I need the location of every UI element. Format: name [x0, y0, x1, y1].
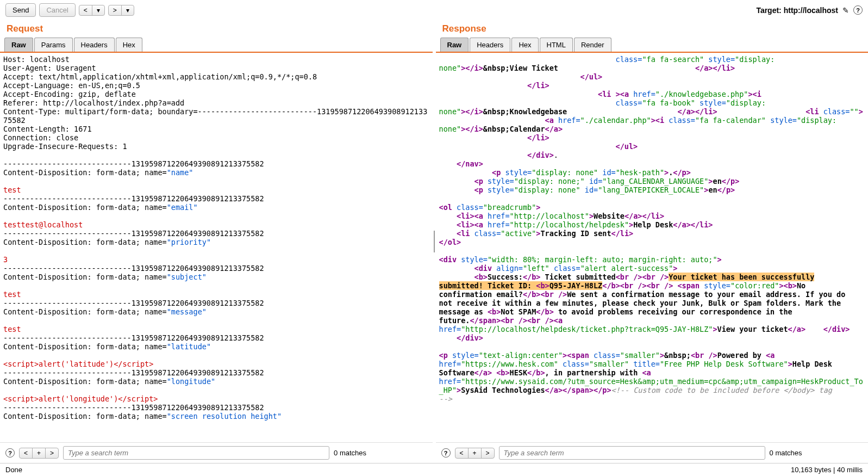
- request-search-bar: ? < + > 0 matches: [0, 442, 433, 463]
- response-matches: 0 matches: [770, 449, 802, 457]
- toolbar: Send Cancel < ▾ > ▾ Target: http://local…: [0, 0, 868, 20]
- send-button[interactable]: Send: [5, 3, 36, 17]
- history-back-menu[interactable]: ▾: [92, 5, 105, 16]
- request-title: Request: [0, 20, 433, 38]
- bytes-label: 10,163 bytes | 40 millis: [791, 466, 863, 474]
- tab-render[interactable]: Render: [574, 38, 611, 52]
- response-panel: Response Raw Headers Hex HTML Render cla…: [436, 20, 869, 463]
- request-search-input[interactable]: [63, 446, 329, 460]
- request-panel: Request Raw Params Headers Hex Host: loc…: [0, 20, 433, 463]
- search-next-button[interactable]: >: [481, 448, 495, 459]
- search-prev-button[interactable]: <: [455, 448, 469, 459]
- tab-headers[interactable]: Headers: [470, 38, 510, 52]
- history-back-button[interactable]: <: [79, 5, 92, 16]
- history-forward-button[interactable]: >: [108, 5, 122, 16]
- tab-raw[interactable]: Raw: [4, 38, 33, 52]
- tab-raw[interactable]: Raw: [440, 38, 469, 52]
- search-prev-button[interactable]: <: [19, 448, 33, 459]
- response-title: Response: [436, 20, 869, 38]
- request-tabs: Raw Params Headers Hex: [0, 38, 433, 53]
- response-search-input[interactable]: [499, 446, 765, 460]
- response-editor[interactable]: class="fa fa-search" style="display: non…: [436, 53, 869, 442]
- status-bar: Done 10,163 bytes | 40 millis: [0, 463, 868, 476]
- target-label: Target: http://localhost: [756, 6, 838, 15]
- search-add-button[interactable]: +: [468, 448, 482, 459]
- status-text: Done: [5, 466, 22, 474]
- response-tabs: Raw Headers Hex HTML Render: [436, 38, 869, 53]
- edit-target-icon[interactable]: ✎: [841, 6, 850, 15]
- response-search-bar: ? < + > 0 matches: [436, 442, 869, 463]
- tab-hex[interactable]: Hex: [116, 38, 142, 52]
- search-next-button[interactable]: >: [45, 448, 59, 459]
- request-editor[interactable]: Host: localhost User-Agent: Useragent Ac…: [0, 53, 433, 442]
- help-icon[interactable]: ?: [441, 448, 451, 458]
- help-icon[interactable]: ?: [853, 5, 863, 15]
- tab-html[interactable]: HTML: [540, 38, 573, 52]
- history-forward-menu[interactable]: ▾: [121, 5, 134, 16]
- tab-params[interactable]: Params: [34, 38, 73, 52]
- request-matches: 0 matches: [334, 449, 366, 457]
- tab-hex[interactable]: Hex: [511, 38, 538, 52]
- search-add-button[interactable]: +: [32, 448, 46, 459]
- tab-headers[interactable]: Headers: [74, 38, 115, 52]
- cancel-button[interactable]: Cancel: [39, 3, 75, 17]
- help-icon[interactable]: ?: [5, 448, 15, 458]
